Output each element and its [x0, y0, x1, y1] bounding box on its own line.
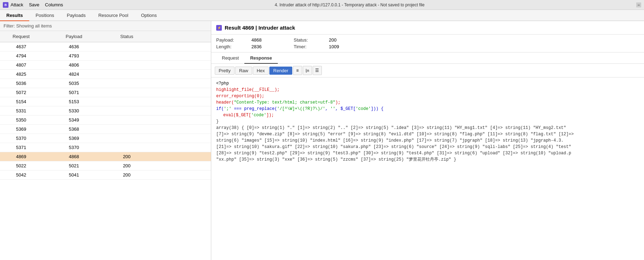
cell-request: 4794 [0, 51, 42, 60]
timer-value: 1009 [329, 44, 371, 49]
cell-payload: 5330 [42, 106, 106, 115]
window-controls: – [636, 2, 641, 7]
tab-payloads[interactable]: Payloads [61, 10, 92, 21]
cell-payload: 5369 [42, 134, 106, 143]
code-line: error_reporting(0); [216, 93, 639, 99]
table-row[interactable]: 5369 5368 [0, 125, 211, 134]
table-row[interactable]: 5036 5035 [0, 79, 211, 88]
code-line: eval($_GET['code']); [216, 112, 639, 118]
menu-save[interactable]: Save [29, 2, 39, 7]
cell-status [106, 42, 148, 51]
result-header: ⚡ Result 4869 | Intruder attack [211, 21, 644, 35]
code-line: [28]=> string(9) "test2.php" [29]=> stri… [216, 150, 639, 156]
cell-request: 4637 [0, 42, 42, 51]
table-row[interactable]: 4794 4793 [0, 51, 211, 61]
table-row[interactable]: 5154 5153 [0, 97, 211, 106]
main-container: Filter: Showing all items Request Payloa… [0, 21, 644, 260]
cell-status [106, 51, 148, 60]
view-tab-render[interactable]: Render [269, 67, 292, 75]
cell-request: 5369 [0, 125, 42, 134]
code-line: if(';' === preg_replace('/[^\W]+\((?R)?\… [216, 106, 639, 112]
cell-status [106, 143, 148, 152]
result-meta: Payload: 4868 Status: 200 Length: 2836 T… [211, 35, 644, 52]
menu-attack[interactable]: Attack [11, 2, 23, 7]
view-tab-hex[interactable]: Hex [253, 67, 269, 75]
tab-results[interactable]: Results [0, 10, 29, 21]
tab-resource-pool[interactable]: Resource Pool [92, 10, 135, 21]
view-tab-raw[interactable]: Raw [235, 67, 252, 75]
cell-payload: 5370 [42, 143, 106, 152]
cell-payload: 5368 [42, 125, 106, 134]
code-line: } [216, 118, 639, 125]
cell-request: 5370 [0, 134, 42, 143]
table-row[interactable]: 5072 5071 [0, 88, 211, 97]
table-row[interactable]: 5370 5369 [0, 134, 211, 143]
cell-payload: 4793 [42, 51, 106, 60]
result-detail-panel: ⚡ Result 4869 | Intruder attack Payload:… [211, 21, 644, 260]
format-icon[interactable]: ≡ [293, 66, 302, 75]
col-header-status: Status [106, 32, 148, 41]
cell-payload: 4824 [42, 70, 106, 79]
cell-payload: 5349 [42, 116, 106, 124]
code-line: highlight_file(__FILE__); [216, 87, 639, 93]
menu-bar: Attack Save Columns [11, 2, 63, 7]
tab-request[interactable]: Request [216, 52, 244, 64]
payload-value: 4868 [251, 37, 294, 43]
length-value: 2836 [251, 44, 294, 49]
col-header-request: Request [0, 32, 42, 41]
table-row[interactable]: 5022 5021 200 [0, 161, 211, 171]
minimize-button[interactable]: – [636, 2, 641, 7]
cell-status [106, 61, 148, 69]
col-header-payload: Payload [42, 32, 106, 41]
timer-label: Timer: [294, 44, 329, 49]
table-row-selected[interactable]: 4869 4868 200 [0, 152, 211, 161]
tab-response[interactable]: Response [244, 52, 277, 64]
length-label: Length: [216, 44, 251, 49]
cell-payload: 5041 [42, 171, 106, 179]
lightning-icon: ⚡ [216, 25, 222, 31]
cell-status: 200 [106, 152, 148, 161]
status-label: Status: [294, 37, 329, 43]
view-tab-pretty[interactable]: Pretty [215, 67, 235, 75]
status-value: 200 [329, 37, 371, 43]
app-icon: B [3, 2, 8, 8]
request-response-tabs: Request Response [211, 52, 644, 64]
menu-columns[interactable]: Columns [45, 2, 63, 7]
code-line: [7]=> string(9) "devme.zip" [8]=> string… [216, 131, 639, 137]
table-row[interactable]: 5350 5349 [0, 116, 211, 125]
cell-payload: 4636 [42, 42, 106, 51]
results-table-panel: Filter: Showing all items Request Payloa… [0, 21, 211, 260]
code-line: <?php [216, 80, 639, 87]
table-row[interactable]: 5371 5370 [0, 143, 211, 152]
cell-status [106, 70, 148, 79]
code-line: "xx.php" [35]=> string(3) "xxe" [36]=> s… [216, 156, 639, 163]
table-row[interactable]: 5331 5330 [0, 106, 211, 116]
table-row[interactable]: 4807 4806 [0, 61, 211, 70]
cell-status [106, 79, 148, 88]
tab-positions[interactable]: Positions [29, 10, 61, 21]
window-title: 4. Intruder attack of http://127.0.0.1 -… [63, 2, 636, 7]
cell-status [106, 125, 148, 134]
cell-request: 5350 [0, 116, 42, 124]
cell-status [106, 88, 148, 97]
cell-request: 5042 [0, 171, 42, 179]
code-display: <?php highlight_file(__FILE__); error_re… [211, 78, 644, 260]
cell-request: 5331 [0, 106, 42, 115]
table-row[interactable]: 4637 4636 [0, 42, 211, 51]
payload-label: Payload: [216, 37, 251, 43]
cell-payload: 5021 [42, 161, 106, 170]
tab-options[interactable]: Options [135, 10, 163, 21]
result-title: Result 4869 | Intruder attack [225, 25, 295, 31]
menu-icon[interactable]: ☰ [313, 66, 322, 75]
table-body: 4637 4636 4794 4793 4807 4806 4825 4824 [0, 42, 211, 260]
word-wrap-icon[interactable]: ⌊n [303, 66, 312, 75]
table-row[interactable]: 5042 5041 200 [0, 171, 211, 180]
cell-status [106, 106, 148, 115]
table-row[interactable]: 4825 4824 [0, 70, 211, 79]
cell-payload: 4806 [42, 61, 106, 69]
code-line: [21]=> string(10) "sakura.gif" [22]=> st… [216, 144, 639, 150]
cell-status [106, 97, 148, 106]
code-line: string(6) "images" [15]=> string(10) "in… [216, 137, 639, 144]
cell-payload: 4868 [42, 152, 106, 161]
cell-status: 200 [106, 171, 148, 179]
